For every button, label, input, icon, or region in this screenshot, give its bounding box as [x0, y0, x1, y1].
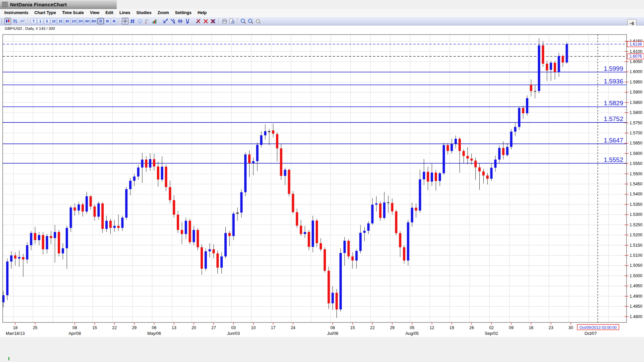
delete-button[interactable]	[202, 18, 209, 24]
timeframe-daily-button[interactable]: D	[98, 18, 104, 24]
print-button[interactable]	[221, 18, 228, 24]
timeframe-4h-button[interactable]: 4H	[84, 18, 90, 24]
window-title: NetDania FinanceChart	[10, 2, 67, 7]
vertical-line-button[interactable]	[184, 18, 191, 24]
svg-text:10: 10	[251, 325, 256, 330]
zoom-in-button[interactable]	[240, 18, 247, 24]
timeframe-tick-button[interactable]: T	[31, 18, 37, 24]
svg-text:1.5829: 1.5829	[604, 100, 623, 107]
svg-text:06: 06	[152, 325, 157, 330]
menu-zoom[interactable]: Zoom	[155, 9, 172, 17]
svg-text:15: 15	[350, 325, 355, 330]
svg-text:1.5700: 1.5700	[630, 131, 642, 135]
svg-text:03: 03	[231, 325, 236, 330]
svg-text:1.5250: 1.5250	[630, 223, 642, 227]
svg-text:1.6100: 1.6100	[630, 49, 642, 54]
svg-text:17: 17	[271, 325, 275, 330]
svg-text:1.4950: 1.4950	[630, 284, 642, 288]
timeframe-weekly-button[interactable]: W	[104, 18, 110, 24]
crosshair-button[interactable]	[122, 18, 128, 24]
svg-text:1.6136: 1.6136	[630, 42, 642, 47]
trend-line-down-button[interactable]	[169, 18, 176, 24]
svg-text:i: i	[140, 20, 140, 23]
svg-text:26: 26	[469, 325, 474, 330]
svg-text:Mar/18/13: Mar/18/13	[6, 331, 24, 336]
candlestick-icon	[5, 19, 10, 23]
trend-vertical-icon	[185, 18, 191, 24]
menubar: Instruments Chart Type Time Scale View E…	[0, 9, 644, 17]
menu-studies[interactable]: Studies	[133, 9, 155, 17]
erase-line-button[interactable]	[195, 18, 202, 24]
zoom-out-button[interactable]	[247, 18, 254, 24]
svg-text:1.5600: 1.5600	[630, 151, 642, 156]
svg-text:29: 29	[390, 325, 394, 330]
candlestick-chart-button[interactable]	[4, 18, 11, 24]
menu-settings[interactable]: Settings	[172, 9, 195, 17]
info-icon: i	[138, 19, 142, 23]
svg-text:1.5647: 1.5647	[604, 137, 623, 144]
delete-x-icon	[203, 19, 208, 24]
svg-text:09: 09	[509, 325, 514, 330]
svg-text:25: 25	[33, 325, 38, 330]
svg-text:Jun/03: Jun/03	[227, 331, 240, 336]
svg-text:1.5999: 1.5999	[604, 65, 623, 72]
svg-text:May/06: May/06	[147, 331, 161, 336]
svg-text:08: 08	[330, 325, 335, 330]
svg-text:15: 15	[92, 325, 97, 330]
price-chart[interactable]: 1.59991.59361.58291.57521.56471.55521.61…	[0, 25, 644, 337]
svg-text:20: 20	[192, 325, 196, 330]
svg-text:1.5500: 1.5500	[630, 172, 642, 176]
toolbar-drag-handle[interactable]	[1, 18, 3, 24]
bar-chart-button[interactable]	[12, 18, 18, 24]
erase-line-icon	[196, 18, 201, 24]
menu-view[interactable]: View	[87, 9, 102, 17]
crosshair-icon	[122, 18, 128, 24]
timeframe-30m-button[interactable]: 30	[64, 18, 70, 24]
svg-text:29: 29	[132, 325, 137, 330]
svg-text:1.5050: 1.5050	[630, 263, 642, 268]
menu-chart-type[interactable]: Chart Type	[32, 9, 59, 17]
svg-text:Aug/05: Aug/05	[406, 331, 419, 336]
menu-edit[interactable]: Edit	[102, 9, 116, 17]
timeframe-1h-button[interactable]: 1H	[71, 18, 77, 24]
svg-text:1.4800: 1.4800	[630, 314, 642, 319]
info-button[interactable]: i	[137, 18, 143, 24]
svg-text:1.5552: 1.5552	[604, 156, 623, 163]
netdania-finance-chart-window: NetDania FinanceChart Instruments Chart …	[0, 0, 644, 362]
timeframe-2h-button[interactable]: 2H	[77, 18, 84, 24]
svg-text:1.5350: 1.5350	[630, 202, 642, 207]
line-chart-button[interactable]	[19, 18, 26, 24]
trend-line-up-button[interactable]	[162, 18, 169, 24]
svg-text:1.5750: 1.5750	[630, 121, 642, 125]
timeframe-5m-button[interactable]: 5	[44, 18, 50, 24]
print-preview-button[interactable]	[228, 18, 235, 24]
svg-text:1.5850: 1.5850	[630, 100, 642, 105]
volume-icon	[152, 19, 157, 23]
timeframe-8h-button[interactable]: 8H	[91, 18, 97, 24]
zoom-in-icon	[240, 18, 246, 24]
titlebar[interactable]: NetDania FinanceChart	[0, 0, 117, 9]
svg-text:1.4900: 1.4900	[630, 294, 642, 299]
timeframe-1m-button[interactable]: 1	[37, 18, 43, 24]
grid-button[interactable]	[129, 18, 136, 24]
menu-instruments[interactable]: Instruments	[1, 9, 32, 17]
svg-text:1.6000: 1.6000	[630, 69, 642, 74]
svg-text:22: 22	[370, 325, 375, 330]
trend-horizontal-icon	[177, 18, 183, 24]
trend-down-icon	[170, 18, 176, 24]
menu-lines[interactable]: Lines	[116, 9, 133, 17]
svg-text:Jul/08: Jul/08	[327, 331, 338, 336]
horizontal-line-button[interactable]	[177, 18, 183, 24]
volume-button[interactable]	[151, 18, 158, 24]
timeframe-10m-button[interactable]: 10	[51, 18, 57, 24]
menu-time-scale[interactable]: Time Scale	[59, 9, 87, 17]
zoom-reset-button[interactable]	[255, 18, 261, 24]
menu-help[interactable]: Help	[195, 9, 210, 17]
toolbar: T 1 5 10 15 30 1H 2H 4H 8H D W M	[0, 17, 644, 25]
timeframe-15m-button[interactable]: 15	[57, 18, 63, 24]
timeframe-monthly-button[interactable]: M	[111, 18, 117, 24]
delete-all-button[interactable]	[210, 18, 216, 24]
svg-text:1.5950: 1.5950	[630, 80, 642, 84]
zoom-out-icon	[248, 18, 254, 24]
annotate-button[interactable]	[144, 18, 151, 24]
